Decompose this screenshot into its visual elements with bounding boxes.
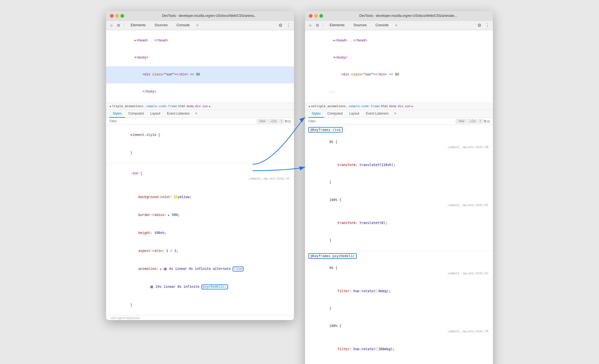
warning-icon-1: ⓘ <box>375 289 379 293</box>
tab-styles-right[interactable]: Styles <box>308 110 324 118</box>
maximize-button-right[interactable] <box>319 14 323 18</box>
traffic-lights-right <box>309 14 323 18</box>
filter-copy-left[interactable]: ⧉ <box>285 119 287 123</box>
keyframes-rise-label: @keyframes rise <box>308 127 343 133</box>
filter-buttons-right: :hov .cls + ⧉ ◫ <box>456 119 490 123</box>
toolbar-right-right: ⚙ ⋮ <box>476 22 491 28</box>
keyframes-psy-0-close: } <box>305 300 493 317</box>
color-swatch-anim2[interactable] <box>150 286 153 288</box>
traffic-lights-left <box>110 14 124 18</box>
more-icon-left[interactable]: ⋮ <box>285 22 292 28</box>
cursor-icon[interactable]: ⊹ <box>108 22 114 28</box>
breadcrumb-forward[interactable]: ▶ <box>209 105 211 108</box>
tab-layout-left[interactable]: Layout <box>147 110 164 118</box>
tab-sources-left[interactable]: Sources <box>150 22 172 29</box>
more-icon-right[interactable]: ⋮ <box>484 22 491 28</box>
breadcrumb-frame-right[interactable]: sample-code-frame <box>349 104 380 108</box>
filter-hov-left[interactable]: :hov <box>257 119 267 123</box>
filter-plus-left[interactable]: + <box>279 119 284 123</box>
rise-highlight: rise <box>233 267 243 271</box>
devtools-window-right: DevTools - developer.mozilla.org/en-US/d… <box>305 11 493 364</box>
title-bar-left: DevTools - developer.mozilla.org/en-US/d… <box>106 11 294 21</box>
html-line-div-selected[interactable]: <div class="sun"></div> == $0 <box>106 66 294 83</box>
gear-icon-right[interactable]: ⚙ <box>476 22 482 28</box>
breadcrumb-divsun[interactable]: div.sun <box>195 104 208 108</box>
keyframes-rise-100-selector: 100% { _sample_.ap…ons.html:61 <box>305 191 493 214</box>
minimize-button-left[interactable] <box>115 14 119 18</box>
tab-more-styles-left[interactable]: » <box>193 110 199 118</box>
sun-source: _sample_.ap…ons.html:47 <box>248 176 290 181</box>
html-line-div-right[interactable]: <div class="sun"></div> == $0 <box>305 66 493 83</box>
tab-styles-left[interactable]: Styles <box>109 110 125 118</box>
css-animation-line1: animation: ▶ 4s linear 0s infinite alter… <box>106 260 294 278</box>
toolbar-left: ⊹ ⧉ Elements Sources Console » ⚙ ⋮ <box>106 21 294 30</box>
breadcrumb-body[interactable]: body <box>187 104 194 108</box>
tab-more-left[interactable]: » <box>194 22 201 29</box>
filter-cls-right[interactable]: .cls <box>467 119 477 123</box>
color-swatch-anim1[interactable] <box>164 268 167 270</box>
breadcrumb-back-right[interactable]: ◀ <box>308 105 310 108</box>
tab-more-right[interactable]: » <box>393 22 400 29</box>
breadcrumb-file: ltiple_animations. <box>112 104 145 108</box>
element-style-close: } <box>106 144 294 162</box>
filter-cls-left[interactable]: .cls <box>268 119 278 123</box>
element-style-selector: element.style { <box>106 126 294 144</box>
breadcrumb-html[interactable]: html <box>178 104 186 108</box>
tab-elements-left[interactable]: Elements <box>126 22 150 29</box>
layers-icon[interactable]: ⧉ <box>115 22 122 28</box>
tab-more-styles-right[interactable]: » <box>392 110 398 118</box>
tab-sources-right[interactable]: Sources <box>349 22 371 29</box>
keyframes-rise-header: @keyframes rise <box>305 126 493 133</box>
breadcrumb-right: ◀ nultiple_animations.sample-code-frame … <box>305 103 493 110</box>
tab-event-listeners-left[interactable]: Event Listeners <box>164 110 193 118</box>
breadcrumb-forward-right[interactable]: ▶ <box>412 105 413 108</box>
filter-sidebar-right[interactable]: ◫ <box>487 119 490 123</box>
tab-computed-left[interactable]: Computed <box>125 110 147 118</box>
filter-input-right[interactable] <box>308 119 454 123</box>
css-rule-element-style: element.style { } <box>106 125 294 163</box>
css-animation-line2: 24s linear 0s infinite psychedelic; <box>106 278 294 296</box>
maximize-button-left[interactable] <box>120 14 124 18</box>
warning-icon-2: ⓘ <box>375 347 379 351</box>
html-line-body-open: ▼<body> <box>106 49 294 67</box>
layers-icon-right[interactable]: ⧉ <box>314 22 320 28</box>
color-swatch-yellow[interactable] <box>174 196 177 198</box>
filter-copy-right[interactable]: ⧉ <box>484 119 486 123</box>
tab-console-left[interactable]: Console <box>172 22 194 29</box>
close-button-left[interactable] <box>110 14 114 18</box>
tab-computed-right[interactable]: Computed <box>324 110 346 118</box>
breadcrumb-file-right: nultiple_animations. <box>311 104 347 108</box>
minimize-button-right[interactable] <box>314 14 318 18</box>
filter-plus-right[interactable]: + <box>478 119 483 123</box>
title-bar-right: DevTools - developer.mozilla.org/en-US/d… <box>305 11 493 21</box>
css-rule-sun: .sun { _sample_.ap…ons.html:47 backgroun… <box>106 163 294 316</box>
keyframes-psy-100-source: _sample_.ap…ons.html:70 <box>446 329 488 334</box>
keyframes-psychedelic-header: @keyframes psychedelic <box>305 253 493 259</box>
keyframes-psy-100-close: } <box>305 358 493 364</box>
filter-buttons-left: :hov .cls + ⧉ ◫ <box>257 119 291 123</box>
breadcrumb-html-right[interactable]: html <box>381 104 388 108</box>
html-line-body-open-right: ▼<body> <box>305 49 493 67</box>
toolbar-tabs-right: Elements Sources Console » <box>325 22 475 29</box>
filter-input-left[interactable] <box>109 119 255 123</box>
breadcrumb-body-right[interactable]: body <box>389 104 397 108</box>
close-button-right[interactable] <box>309 14 312 18</box>
tab-console-right[interactable]: Console <box>371 22 393 29</box>
cursor-icon-right[interactable]: ⊹ <box>307 22 313 28</box>
keyframes-psychedelic-label: @keyframes psychedelic <box>308 253 357 259</box>
tab-elements-right[interactable]: Elements <box>325 22 349 29</box>
sun-selector-line: .sun { _sample_.ap…ons.html:47 <box>106 165 294 188</box>
tab-event-listeners-right[interactable]: Event Listeners <box>362 110 392 118</box>
filter-hov-right[interactable]: :hov <box>456 119 466 123</box>
keyframes-psy-100-prop: filter: hue-rotate(ⓘ360deg); <box>305 341 493 358</box>
breadcrumb-back[interactable]: ◀ <box>109 105 111 108</box>
breadcrumb-divsun-right[interactable]: div.sun <box>398 104 410 108</box>
tab-layout-right[interactable]: Layout <box>346 110 362 118</box>
keyframes-psy-100-selector: 100% { _sample_.ap…ons.html:70 <box>305 317 493 341</box>
filter-sidebar-left[interactable]: ◫ <box>288 119 291 123</box>
html-line-head-right: ▶<head> … </head> <box>305 32 493 49</box>
gear-icon-left[interactable]: ⚙ <box>277 22 283 28</box>
keyframes-rise-100-close: } <box>305 232 493 249</box>
breadcrumb-frame[interactable]: sample-code-frame <box>146 104 177 108</box>
window-title-right: DevTools - developer.mozilla.org/en-US/d… <box>327 14 489 18</box>
